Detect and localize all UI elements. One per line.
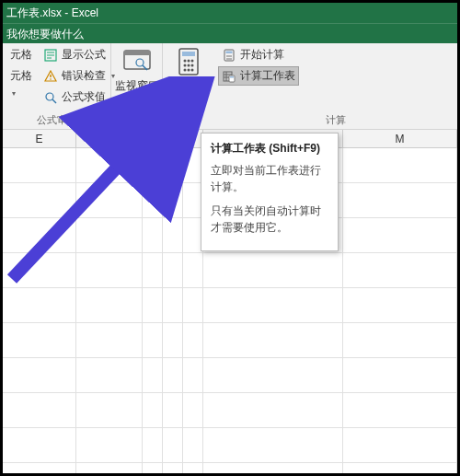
eval-formula-icon [43, 90, 58, 105]
cell[interactable] [3, 428, 76, 462]
cell[interactable] [3, 148, 76, 182]
cell[interactable] [343, 428, 457, 462]
column-header[interactable]: M [343, 130, 457, 147]
dropdown-icon: ▾ [188, 96, 191, 104]
cell[interactable] [76, 428, 143, 462]
cell[interactable] [163, 463, 183, 473]
watch-window-label: 监视窗口 [115, 78, 159, 94]
cell[interactable] [183, 288, 203, 322]
cell[interactable] [143, 288, 163, 322]
cell[interactable] [343, 218, 457, 252]
cell[interactable] [76, 288, 143, 322]
cell[interactable] [3, 393, 76, 427]
svg-point-27 [228, 58, 230, 60]
cell[interactable] [183, 358, 203, 392]
cell[interactable] [163, 288, 183, 322]
trace-precedents-label: 元格 [10, 47, 32, 63]
cell[interactable] [3, 358, 76, 392]
svg-line-5 [52, 99, 56, 103]
calc-options-button[interactable]: 计算选项 ▾ [161, 45, 216, 106]
column-header[interactable]: H [163, 130, 183, 147]
group-calculation: 开始计算 计算工作表 计算 [214, 43, 457, 129]
cell[interactable] [143, 358, 163, 392]
eval-formula-button[interactable]: 公式求值 [40, 87, 119, 107]
cell[interactable] [143, 393, 163, 427]
cell[interactable] [343, 253, 457, 287]
cell[interactable] [143, 428, 163, 462]
remove-arrows-button[interactable]: ▾ [6, 87, 36, 99]
cell[interactable] [76, 218, 143, 252]
cell[interactable] [183, 428, 203, 462]
error-check-icon [43, 69, 58, 84]
tooltip: 计算工作表 (Shift+F9) 立即对当前工作表进行计算。 只有当关闭自动计算… [201, 133, 339, 251]
column-header[interactable]: E [3, 130, 76, 147]
cell[interactable] [76, 148, 143, 182]
svg-point-24 [228, 55, 230, 57]
cell[interactable] [343, 148, 457, 182]
cell[interactable] [143, 253, 163, 287]
tell-me-bar[interactable]: 我你想要做什么 [3, 23, 457, 43]
cell[interactable] [203, 288, 343, 322]
cell[interactable] [143, 148, 163, 182]
cell[interactable] [203, 393, 343, 427]
cell[interactable] [203, 323, 343, 357]
cell[interactable] [343, 393, 457, 427]
cell[interactable] [343, 358, 457, 392]
cell[interactable] [163, 183, 183, 217]
trace-precedents-button[interactable]: 元格 [6, 45, 36, 64]
cell[interactable] [143, 463, 163, 473]
error-check-button[interactable]: 错误检查 ▾ [40, 66, 119, 86]
column-header[interactable]: G [143, 130, 163, 147]
cell[interactable] [76, 323, 143, 357]
cell[interactable] [76, 393, 143, 427]
svg-point-13 [188, 60, 190, 63]
cell[interactable] [143, 323, 163, 357]
cell[interactable] [3, 183, 76, 217]
group-calc-options: 计算选项 ▾ [163, 43, 214, 129]
cell[interactable] [203, 428, 343, 462]
cell[interactable] [163, 393, 183, 427]
calculate-sheet-label: 计算工作表 [240, 68, 295, 84]
error-check-label: 错误检查 [62, 68, 106, 84]
cell[interactable] [3, 323, 76, 357]
grid-row [3, 253, 457, 288]
cell[interactable] [343, 288, 457, 322]
cell[interactable] [343, 323, 457, 357]
cell[interactable] [203, 358, 343, 392]
group-calcopt-label [167, 114, 211, 129]
cell[interactable] [163, 218, 183, 252]
cell[interactable] [3, 218, 76, 252]
cell[interactable] [143, 183, 163, 217]
cell[interactable] [343, 463, 457, 473]
cell[interactable] [143, 218, 163, 252]
cell[interactable] [76, 183, 143, 217]
cell[interactable] [163, 358, 183, 392]
show-formulas-button[interactable]: 显示公式 [40, 45, 119, 64]
cell[interactable] [183, 393, 203, 427]
cell[interactable] [183, 463, 203, 473]
svg-point-14 [191, 60, 194, 63]
cell[interactable] [3, 288, 76, 322]
trace-dependents-button[interactable]: 元格 [6, 66, 36, 86]
cell[interactable] [76, 253, 143, 287]
cell[interactable] [163, 428, 183, 462]
cell[interactable] [183, 323, 203, 357]
cell[interactable] [203, 463, 343, 473]
cell[interactable] [163, 148, 183, 182]
cell[interactable] [203, 253, 343, 287]
cell[interactable] [3, 253, 76, 287]
cell[interactable] [76, 463, 143, 473]
cell[interactable] [183, 253, 203, 287]
svg-rect-34 [230, 76, 234, 78]
dropdown-icon: ▾ [12, 89, 16, 98]
cell[interactable] [343, 183, 457, 217]
svg-rect-22 [226, 51, 233, 53]
cell[interactable] [76, 358, 143, 392]
cell[interactable] [163, 253, 183, 287]
cell[interactable] [163, 323, 183, 357]
calculate-sheet-button[interactable]: 计算工作表 [218, 66, 299, 86]
watch-window-button[interactable]: 监视窗口 [109, 45, 165, 96]
calculate-now-button[interactable]: 开始计算 [218, 45, 299, 64]
cell[interactable] [3, 463, 76, 473]
column-header[interactable]: F [76, 130, 143, 147]
